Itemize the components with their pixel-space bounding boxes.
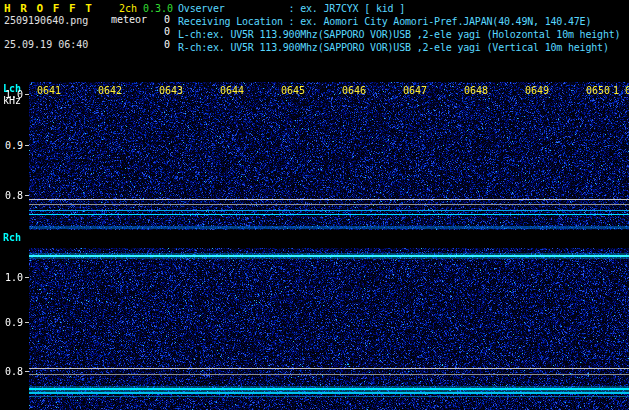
lch-freq-label-1: 1.0 (5, 89, 23, 100)
meteor-count-row3: 0 (148, 39, 170, 50)
time-axis: 0641064206430644064506460647064806490650… (29, 85, 629, 97)
time-label: 0647 (403, 85, 427, 96)
location-info: Receiving Location : ex. Aomori City Aom… (178, 16, 591, 27)
rch-freq-label-3: 0.8 (5, 366, 23, 377)
observer-info: Ovserver : ex. JR7CYX [ kid ] (178, 3, 405, 14)
hrofft-window: H R O F F T 2ch 0.3.0 2509190640.png met… (0, 0, 629, 410)
channel-mode-label: 2ch (119, 3, 137, 14)
time-label: 0646 (342, 85, 366, 96)
meteor-count-row2: 0 (148, 26, 170, 37)
rch-channel-label: Rch (3, 232, 21, 243)
rch-freq-tick (25, 371, 29, 372)
lch-freq-label-2: 0.9 (5, 140, 23, 151)
time-label: 0642 (98, 85, 122, 96)
datetime-label: 25.09.19 06:40 (4, 39, 88, 50)
meteor-count-label: meteor (111, 14, 147, 25)
rch-freq-label-2: 0.9 (5, 317, 23, 328)
lch-freq-tick (25, 94, 29, 95)
time-label: 0644 (220, 85, 244, 96)
time-label: 0645 (281, 85, 305, 96)
time-label: 0648 (464, 85, 488, 96)
app-title: H R O F F T (4, 2, 93, 15)
time-label: 0641 (37, 85, 61, 96)
output-filename: 2509190640.png (4, 15, 88, 26)
time-label: 0649 (525, 85, 549, 96)
rch-freq-tick (25, 322, 29, 323)
rch-spectrogram-canvas (29, 248, 629, 410)
lch-freq-tick (25, 145, 29, 146)
rch-receiver-info: R-ch:ex. UV5R 113.900Mhz(SAPPORO VOR)USB… (178, 42, 609, 53)
lch-freq-tick (25, 195, 29, 196)
rch-freq-tick (25, 277, 29, 278)
time-label: 0650 (586, 85, 610, 96)
lch-freq-label-3: 0.8 (5, 190, 23, 201)
meteor-count-row1: 0 (148, 14, 170, 25)
lch-spectrogram-canvas (29, 82, 629, 230)
lch-receiver-info: L-ch:ex. UV5R 113.900Mhz(SAPPORO VOR)USB… (178, 29, 620, 40)
rch-freq-label-1: 1.0 (5, 272, 23, 283)
time-label: 0643 (159, 85, 183, 96)
time-label-partial: 1 0 (613, 85, 629, 96)
version-label: 0.3.0 (143, 3, 173, 14)
